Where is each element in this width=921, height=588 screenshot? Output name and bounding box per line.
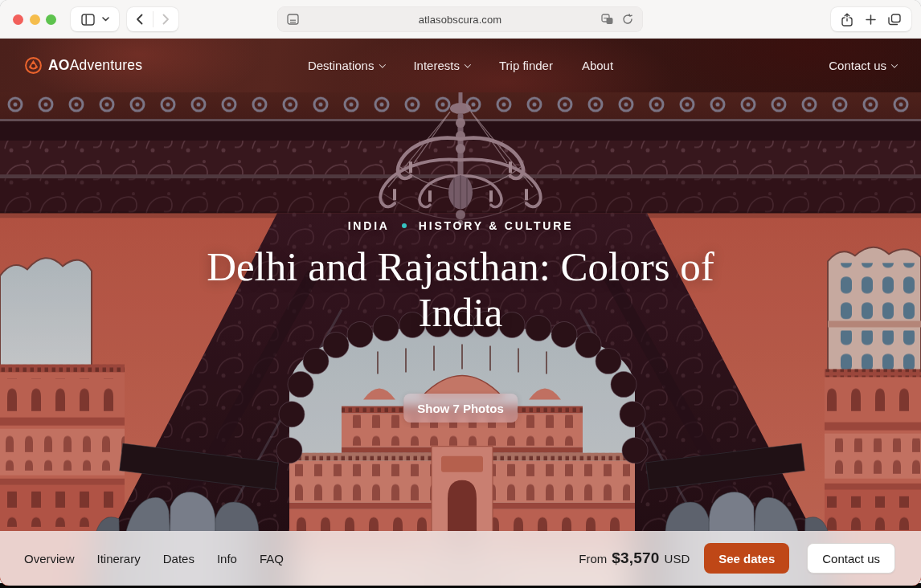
- nav-label: Trip finder: [499, 59, 553, 72]
- price-amount: $3,570: [612, 549, 659, 567]
- nav-item-trip-finder[interactable]: Trip finder: [499, 59, 553, 72]
- tab-dates[interactable]: Dates: [163, 552, 194, 566]
- tab-overview-button[interactable]: [888, 14, 901, 26]
- tab-faq[interactable]: FAQ: [260, 552, 284, 566]
- site-logo[interactable]: AOAdventures: [24, 56, 142, 75]
- chevron-down-icon: [465, 61, 471, 67]
- reload-icon: [622, 14, 633, 25]
- breadcrumb-location[interactable]: INDIA: [348, 219, 390, 232]
- contact-us-button[interactable]: Contact us: [807, 543, 895, 574]
- page-title-line-1: Delhi and Rajasthan: Colors of: [0, 244, 921, 290]
- url-text: atlasobscura.com: [277, 14, 643, 26]
- nav-label: Interests: [413, 59, 460, 72]
- logo-text: AOAdventures: [48, 57, 142, 74]
- dot-separator-icon: [402, 223, 407, 228]
- back-button[interactable]: [127, 14, 153, 25]
- price: From $3,570 USD: [579, 549, 690, 567]
- forward-icon: [162, 14, 170, 25]
- atlas-obscura-logo-icon: [24, 56, 43, 75]
- chevron-down-icon: [379, 61, 385, 67]
- zoom-button[interactable]: [46, 14, 56, 25]
- sidebar-icon: [81, 14, 95, 26]
- new-tab-icon: [866, 14, 876, 25]
- minimize-button[interactable]: [30, 14, 40, 25]
- breadcrumb-category[interactable]: HISTORY & CULTURE: [419, 219, 574, 232]
- browser-toolbar: atlasobscura.com: [0, 0, 921, 39]
- show-photos-button[interactable]: Show 7 Photos: [403, 394, 518, 423]
- nav-item-about[interactable]: About: [582, 59, 613, 72]
- nav-label: Contact us: [829, 59, 886, 72]
- tab-overview-icon: [888, 14, 901, 26]
- window-controls: [13, 14, 56, 25]
- share-icon: [841, 13, 853, 27]
- share-button[interactable]: [841, 13, 853, 27]
- hero-section: INDIA HISTORY & CULTURE Delhi and Rajast…: [0, 92, 921, 586]
- history-nav: [127, 7, 178, 31]
- price-currency: USD: [665, 552, 690, 566]
- forward-button[interactable]: [154, 14, 179, 25]
- sidebar-toggle-button[interactable]: [71, 7, 119, 31]
- translate-icon: [601, 14, 614, 25]
- reload-button[interactable]: [622, 14, 633, 25]
- see-dates-button[interactable]: See dates: [704, 543, 789, 574]
- chevron-down-icon: [102, 17, 109, 22]
- trip-tabs: Overview Itinerary Dates Info FAQ: [24, 552, 284, 566]
- logo-bold: AO: [48, 57, 70, 73]
- contact-us-menu[interactable]: Contact us: [829, 59, 897, 72]
- new-tab-button[interactable]: [866, 14, 876, 25]
- logo-rest: Adventures: [70, 57, 143, 73]
- nav-item-interests[interactable]: Interests: [413, 59, 470, 72]
- site-header: AOAdventures Destinations Interests Trip…: [0, 39, 921, 92]
- hero-photo: [0, 92, 921, 586]
- trip-sticky-bar: Overview Itinerary Dates Info FAQ From $…: [0, 531, 921, 586]
- toolbar-right-group: [831, 7, 911, 31]
- back-icon: [136, 14, 143, 25]
- main-nav: Destinations Interests Trip finder About: [308, 59, 613, 72]
- tab-overview[interactable]: Overview: [24, 552, 75, 566]
- nav-label: Destinations: [308, 59, 375, 72]
- nav-item-destinations[interactable]: Destinations: [308, 59, 385, 72]
- price-prefix: From: [579, 552, 607, 566]
- page-title-line-2: India: [0, 290, 921, 336]
- tab-itinerary[interactable]: Itinerary: [97, 552, 141, 566]
- safari-window: atlasobscura.com: [0, 0, 921, 586]
- page-title: Delhi and Rajasthan: Colors of India: [0, 244, 921, 336]
- breadcrumb: INDIA HISTORY & CULTURE: [0, 219, 921, 232]
- nav-label: About: [582, 59, 613, 72]
- chevron-down-icon: [891, 61, 898, 67]
- translate-button[interactable]: [601, 14, 614, 25]
- address-bar[interactable]: atlasobscura.com: [277, 6, 643, 32]
- tab-info[interactable]: Info: [217, 552, 237, 566]
- close-button[interactable]: [13, 14, 23, 25]
